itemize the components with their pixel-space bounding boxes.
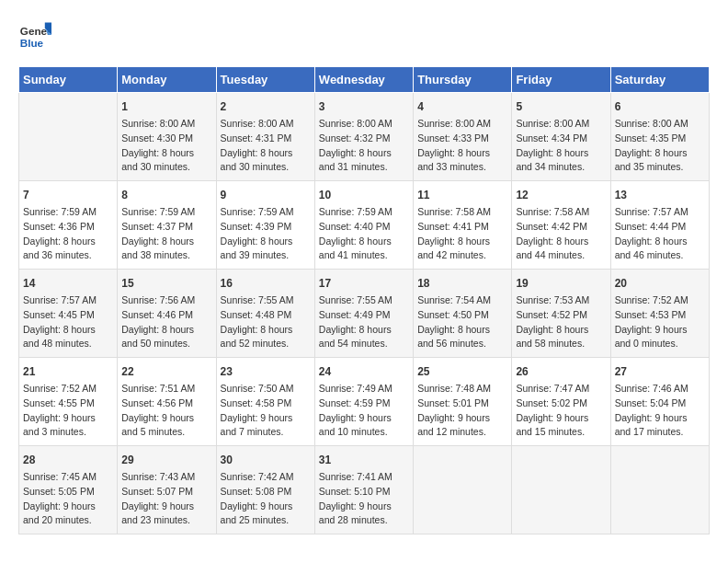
logo-icon: General Blue [18,18,51,52]
day-number: 17 [319,275,409,292]
day-info: Sunrise: 7:59 AM Sunset: 4:40 PM Dayligh… [319,205,409,263]
day-number: 15 [121,275,211,292]
calendar-cell: 4Sunrise: 8:00 AM Sunset: 4:33 PM Daylig… [414,93,512,181]
calendar-table: SundayMondayTuesdayWednesdayThursdayFrid… [18,66,710,534]
calendar-cell: 25Sunrise: 7:48 AM Sunset: 5:01 PM Dayli… [414,358,512,446]
day-info: Sunrise: 8:00 AM Sunset: 4:34 PM Dayligh… [516,117,606,175]
day-number: 9 [221,187,311,203]
day-number: 26 [516,363,606,380]
day-info: Sunrise: 7:57 AM Sunset: 4:45 PM Dayligh… [23,293,113,351]
calendar-cell [512,446,610,534]
day-info: Sunrise: 7:52 AM Sunset: 4:53 PM Dayligh… [615,293,705,351]
day-number: 24 [319,363,409,380]
day-header-thursday: Thursday [414,67,512,93]
day-number: 23 [221,363,311,380]
calendar-cell: 10Sunrise: 7:59 AM Sunset: 4:40 PM Dayli… [314,181,413,270]
calendar-cell: 5Sunrise: 8:00 AM Sunset: 4:34 PM Daylig… [512,93,610,181]
day-info: Sunrise: 8:00 AM Sunset: 4:30 PM Dayligh… [121,117,211,175]
day-info: Sunrise: 8:00 AM Sunset: 4:33 PM Dayligh… [417,117,507,175]
calendar-cell: 6Sunrise: 8:00 AM Sunset: 4:35 PM Daylig… [610,93,709,181]
day-number: 14 [23,275,113,292]
calendar-cell: 13Sunrise: 7:57 AM Sunset: 4:44 PM Dayli… [610,181,709,270]
day-info: Sunrise: 8:00 AM Sunset: 4:35 PM Dayligh… [615,117,705,175]
day-info: Sunrise: 7:47 AM Sunset: 5:02 PM Dayligh… [516,382,606,440]
day-info: Sunrise: 7:59 AM Sunset: 4:39 PM Dayligh… [221,205,311,263]
calendar-cell: 29Sunrise: 7:43 AM Sunset: 5:07 PM Dayli… [118,446,216,534]
day-info: Sunrise: 7:53 AM Sunset: 4:52 PM Dayligh… [516,293,606,351]
calendar-cell: 16Sunrise: 7:55 AM Sunset: 4:48 PM Dayli… [216,270,314,358]
day-number: 5 [516,98,606,115]
calendar-week-row: 28Sunrise: 7:45 AM Sunset: 5:05 PM Dayli… [19,446,710,534]
calendar-cell: 22Sunrise: 7:51 AM Sunset: 4:56 PM Dayli… [118,358,216,446]
day-info: Sunrise: 7:58 AM Sunset: 4:42 PM Dayligh… [516,205,606,263]
day-info: Sunrise: 8:00 AM Sunset: 4:31 PM Dayligh… [221,117,311,175]
day-header-saturday: Saturday [610,67,709,93]
day-number: 12 [516,187,606,203]
calendar-cell: 2Sunrise: 8:00 AM Sunset: 4:31 PM Daylig… [216,93,314,181]
day-number: 2 [221,98,311,115]
calendar-cell: 24Sunrise: 7:49 AM Sunset: 4:59 PM Dayli… [314,358,413,446]
day-info: Sunrise: 7:59 AM Sunset: 4:36 PM Dayligh… [23,205,113,263]
calendar-week-row: 1Sunrise: 8:00 AM Sunset: 4:30 PM Daylig… [19,93,710,181]
calendar-cell: 17Sunrise: 7:55 AM Sunset: 4:49 PM Dayli… [314,270,413,358]
calendar-cell: 11Sunrise: 7:58 AM Sunset: 4:41 PM Dayli… [414,181,512,270]
day-info: Sunrise: 7:59 AM Sunset: 4:37 PM Dayligh… [121,205,211,263]
day-number: 10 [319,187,409,203]
calendar-cell: 31Sunrise: 7:41 AM Sunset: 5:10 PM Dayli… [314,446,413,534]
calendar-cell [414,446,512,534]
calendar-cell: 28Sunrise: 7:45 AM Sunset: 5:05 PM Dayli… [19,446,118,534]
svg-text:Blue: Blue [20,37,44,49]
day-info: Sunrise: 7:58 AM Sunset: 4:41 PM Dayligh… [417,205,507,263]
day-header-friday: Friday [512,67,610,93]
calendar-cell [19,93,118,181]
day-info: Sunrise: 7:48 AM Sunset: 5:01 PM Dayligh… [417,382,507,440]
day-info: Sunrise: 7:46 AM Sunset: 5:04 PM Dayligh… [615,382,705,440]
day-number: 4 [417,98,507,115]
calendar-cell: 12Sunrise: 7:58 AM Sunset: 4:42 PM Dayli… [512,181,610,270]
calendar-cell: 8Sunrise: 7:59 AM Sunset: 4:37 PM Daylig… [118,181,216,270]
day-number: 21 [23,363,113,380]
calendar-cell: 20Sunrise: 7:52 AM Sunset: 4:53 PM Dayli… [610,270,709,358]
day-header-monday: Monday [118,67,216,93]
calendar-cell: 23Sunrise: 7:50 AM Sunset: 4:58 PM Dayli… [216,358,314,446]
calendar-cell: 19Sunrise: 7:53 AM Sunset: 4:52 PM Dayli… [512,270,610,358]
calendar-week-row: 7Sunrise: 7:59 AM Sunset: 4:36 PM Daylig… [19,181,710,270]
day-number: 19 [516,275,606,292]
calendar-cell: 15Sunrise: 7:56 AM Sunset: 4:46 PM Dayli… [118,270,216,358]
day-number: 8 [121,187,211,203]
day-info: Sunrise: 7:51 AM Sunset: 4:56 PM Dayligh… [121,382,211,440]
calendar-cell: 30Sunrise: 7:42 AM Sunset: 5:08 PM Dayli… [216,446,314,534]
day-number: 20 [615,275,705,292]
day-number: 11 [417,187,507,203]
day-info: Sunrise: 7:41 AM Sunset: 5:10 PM Dayligh… [319,470,409,528]
day-info: Sunrise: 7:55 AM Sunset: 4:48 PM Dayligh… [221,293,311,351]
day-number: 28 [23,452,113,468]
day-info: Sunrise: 7:52 AM Sunset: 4:55 PM Dayligh… [23,382,113,440]
day-info: Sunrise: 7:43 AM Sunset: 5:07 PM Dayligh… [121,470,211,528]
calendar-cell: 27Sunrise: 7:46 AM Sunset: 5:04 PM Dayli… [610,358,709,446]
calendar-cell: 26Sunrise: 7:47 AM Sunset: 5:02 PM Dayli… [512,358,610,446]
day-header-sunday: Sunday [19,67,118,93]
day-number: 31 [319,452,409,468]
calendar-cell [610,446,709,534]
day-info: Sunrise: 7:57 AM Sunset: 4:44 PM Dayligh… [615,205,705,263]
day-info: Sunrise: 7:49 AM Sunset: 4:59 PM Dayligh… [319,382,409,440]
day-info: Sunrise: 7:54 AM Sunset: 4:50 PM Dayligh… [417,293,507,351]
calendar-cell: 3Sunrise: 8:00 AM Sunset: 4:32 PM Daylig… [314,93,413,181]
day-number: 29 [121,452,211,468]
calendar-header-row: SundayMondayTuesdayWednesdayThursdayFrid… [19,67,710,93]
day-number: 7 [23,187,113,203]
page-header: General Blue [18,18,710,52]
calendar-cell: 18Sunrise: 7:54 AM Sunset: 4:50 PM Dayli… [414,270,512,358]
day-number: 16 [221,275,311,292]
day-info: Sunrise: 7:56 AM Sunset: 4:46 PM Dayligh… [121,293,211,351]
day-header-tuesday: Tuesday [216,67,314,93]
calendar-cell: 1Sunrise: 8:00 AM Sunset: 4:30 PM Daylig… [118,93,216,181]
calendar-cell: 21Sunrise: 7:52 AM Sunset: 4:55 PM Dayli… [19,358,118,446]
calendar-cell: 9Sunrise: 7:59 AM Sunset: 4:39 PM Daylig… [216,181,314,270]
calendar-cell: 7Sunrise: 7:59 AM Sunset: 4:36 PM Daylig… [19,181,118,270]
calendar-body: 1Sunrise: 8:00 AM Sunset: 4:30 PM Daylig… [19,93,710,534]
calendar-cell: 14Sunrise: 7:57 AM Sunset: 4:45 PM Dayli… [19,270,118,358]
day-number: 6 [615,98,705,115]
day-number: 22 [121,363,211,380]
